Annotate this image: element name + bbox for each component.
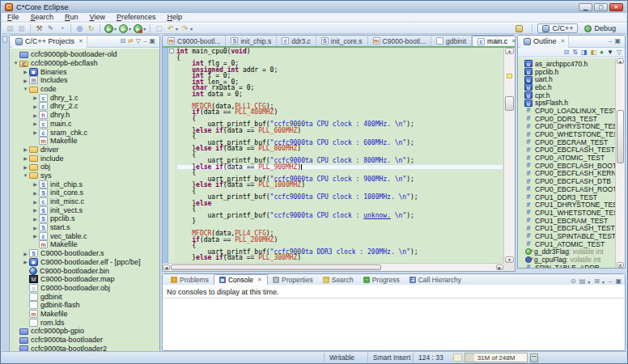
heap-status[interactable]: 31M of 248M xyxy=(465,353,528,362)
outline-item[interactable]: #CPU0_WHETSTONE_TEST xyxy=(518,130,615,138)
twisty-icon[interactable]: ▶ xyxy=(32,207,39,213)
outline-item[interactable]: uebc.h xyxy=(518,83,615,91)
outline-item[interactable]: #CPU0_DHRYSTONE_TEST xyxy=(518,123,615,131)
tree-item[interactable]: ▶Sinit_core.s xyxy=(10,188,159,197)
new-wizard-button[interactable]: ▢ xyxy=(154,23,164,33)
console-tab-search[interactable]: ◎Search xyxy=(318,274,359,285)
scroll-up-icon[interactable]: ▲ xyxy=(505,48,514,54)
dropdown-arrow-icon[interactable]: ▾ xyxy=(143,26,146,32)
menu-search[interactable]: Search xyxy=(25,13,60,21)
outline-item[interactable]: #CPU0_ATOMIC_TEST xyxy=(518,154,615,162)
twisty-icon[interactable]: ▶ xyxy=(32,181,39,187)
code-line[interactable]: int data = 0; xyxy=(176,91,503,98)
dropdown-arrow-icon[interactable]: ▾ xyxy=(129,26,131,32)
code-line[interactable]: }else if(data == PLL_300MHZ) xyxy=(176,255,503,261)
code-line[interactable]: }else if(data == PLL_800MHZ) xyxy=(176,146,503,152)
tree-item[interactable]: ccfc9000ta-bootloader2 xyxy=(10,344,159,351)
outline-item[interactable]: g_cpuFlag : volatile int xyxy=(518,256,615,264)
maximize-view-button[interactable]: ▣ xyxy=(614,38,621,44)
mark-occurrences-button[interactable]: ✎ xyxy=(45,23,56,33)
twisty-icon[interactable]: ▶ xyxy=(32,225,39,231)
close-view-icon[interactable]: ✕ xyxy=(561,38,566,44)
collapse-all-button[interactable]: ⊟ xyxy=(564,49,570,56)
twisty-icon[interactable]: ▶ xyxy=(22,164,29,170)
editor-horizontal-scrollbar[interactable]: ◀ ▶ xyxy=(163,263,503,271)
perspective-debug-button[interactable]: Debug xyxy=(580,23,620,33)
tree-item[interactable]: ▶cdhry_2.c xyxy=(10,102,159,111)
code-line[interactable]: } xyxy=(176,218,503,225)
link-with-editor-button[interactable]: ⇄ xyxy=(128,38,134,44)
hide-non-public-members-button[interactable]: ● xyxy=(600,49,604,56)
close-tab-icon[interactable]: ✕ xyxy=(511,38,516,44)
outline-item[interactable]: uuart.h xyxy=(518,75,615,83)
debug-button[interactable]: ▶ xyxy=(104,24,113,33)
perspective-cpp-button[interactable]: C/C++ xyxy=(537,23,578,33)
tree-item[interactable]: C9000-bootloader.bin xyxy=(10,266,159,275)
code-line[interactable]: }else if(data == PLL_1000MHZ) xyxy=(176,182,503,188)
scroll-right-icon[interactable]: ▶ xyxy=(496,265,503,270)
dropdown-arrow-icon[interactable]: ▾ xyxy=(114,26,117,32)
outline-item[interactable]: #CPU1_EBCFLASH_TEST xyxy=(518,224,615,232)
twisty-icon[interactable]: ▶ xyxy=(22,259,29,265)
tree-item[interactable]: ▶cinit_misc.c xyxy=(10,197,159,206)
outline-item[interactable]: #CPU0_EBCFLASH_TEST xyxy=(518,146,615,154)
console-tab-call-hierarchy[interactable]: ⇶Call Hierarchy xyxy=(405,274,466,285)
tree-item[interactable]: ▶cdhry_1.c xyxy=(10,93,159,102)
editor-marker-gutter[interactable] xyxy=(163,48,168,263)
editor-tab[interactable]: gdbinit xyxy=(431,36,472,46)
view-menu-button[interactable]: ▽ xyxy=(617,49,622,56)
view-menu-button[interactable]: ▽ xyxy=(136,38,141,44)
build-button[interactable]: ⚒ xyxy=(34,23,45,33)
outline-item[interactable]: uas_archppc470.h xyxy=(518,60,615,68)
save-all-button[interactable]: ▥ xyxy=(16,23,27,33)
outline-item[interactable]: #CPU1_DDR3_TEST xyxy=(518,193,615,201)
code-line[interactable]: if(data == PLL_200MHZ) xyxy=(176,237,503,243)
tree-item[interactable]: rom.lds xyxy=(10,318,159,327)
outline-list[interactable]: uas_archppc470.huppclib.huuart.huebc.huc… xyxy=(518,58,615,268)
refresh-button[interactable]: ↻ xyxy=(86,23,96,33)
outline-item[interactable]: #CPU0_EBCRAM_TEST xyxy=(518,138,615,146)
open-element-button[interactable]: ◎ xyxy=(74,23,85,33)
minimize-view-button[interactable]: – xyxy=(609,38,612,44)
menu-preferences[interactable]: Preferences xyxy=(111,13,162,21)
outline-item[interactable]: #CPU1_SPINTABLE_TEST xyxy=(518,232,615,240)
tree-item[interactable]: mMakefile xyxy=(10,137,159,146)
forward-button[interactable]: ↷ xyxy=(180,23,190,33)
editor-fold-column[interactable] xyxy=(168,48,175,263)
garbage-collect-icon[interactable] xyxy=(530,353,538,362)
twisty-icon[interactable]: ▶ xyxy=(32,121,39,126)
scroll-left-icon[interactable]: ◀ xyxy=(163,265,170,270)
tree-item[interactable]: ▼Cccfc9000pb-ebcflash xyxy=(10,59,159,68)
close-tab-icon[interactable]: ✕ xyxy=(257,277,262,283)
tree-item[interactable]: ▶✱Binaries xyxy=(10,67,159,76)
vertical-scroll-thumb[interactable] xyxy=(505,96,514,111)
code-line[interactable]: }else if(data == PLL_600MHZ) xyxy=(176,128,503,134)
tree-item[interactable]: ▼code xyxy=(10,85,159,94)
outline-item[interactable]: #SPIN_TABLE_ADDR xyxy=(518,264,615,268)
menu-help[interactable]: Help xyxy=(161,13,188,21)
scroll-up-icon[interactable]: ▲ xyxy=(617,58,624,64)
editor-tab[interactable]: cddr3.c xyxy=(277,36,316,46)
editor-tab[interactable]: cmain.c✕ xyxy=(472,36,516,46)
code-line[interactable]: uart_printf_buf("ccfc9000ta CPU clock : … xyxy=(176,213,503,219)
code-editor[interactable]: - int main_cpu0(void){ int flg = 0; unsi… xyxy=(163,48,503,263)
twisty-icon[interactable]: ▶ xyxy=(32,216,39,222)
maximize-view-button[interactable]: ▣ xyxy=(149,38,155,44)
hide-static-members-button[interactable]: ◧ xyxy=(591,49,597,56)
tree-item[interactable]: ▶▤Includes xyxy=(10,76,159,85)
tree-item[interactable]: ▶hdhry.h xyxy=(10,111,159,120)
tree-item[interactable]: mMakefile xyxy=(10,240,159,249)
save-button[interactable]: ▤ xyxy=(5,23,15,33)
maximize-button[interactable]: ▣ xyxy=(615,278,622,285)
external-tools-button[interactable]: ▶ xyxy=(134,24,142,33)
tree-item[interactable]: ▶Sinit_chip.s xyxy=(10,180,159,188)
editor-tab[interactable]: Sinit_chip.s xyxy=(226,36,277,46)
tree-item[interactable]: MC9000-bootloader.map xyxy=(10,275,159,284)
code-line[interactable]: }else xyxy=(176,201,503,207)
twisty-icon[interactable]: ▶ xyxy=(22,146,29,152)
console-tab-problems[interactable]: !Problems xyxy=(166,274,214,285)
pin-console-button[interactable]: ⊙ xyxy=(571,278,576,285)
console-tab-console[interactable]: ▣Console✕ xyxy=(214,274,268,285)
dropdown-arrow-icon[interactable]: ▾ xyxy=(190,26,193,32)
outline-item[interactable]: #CPU0_EBCFLASH_DTB xyxy=(518,177,615,185)
